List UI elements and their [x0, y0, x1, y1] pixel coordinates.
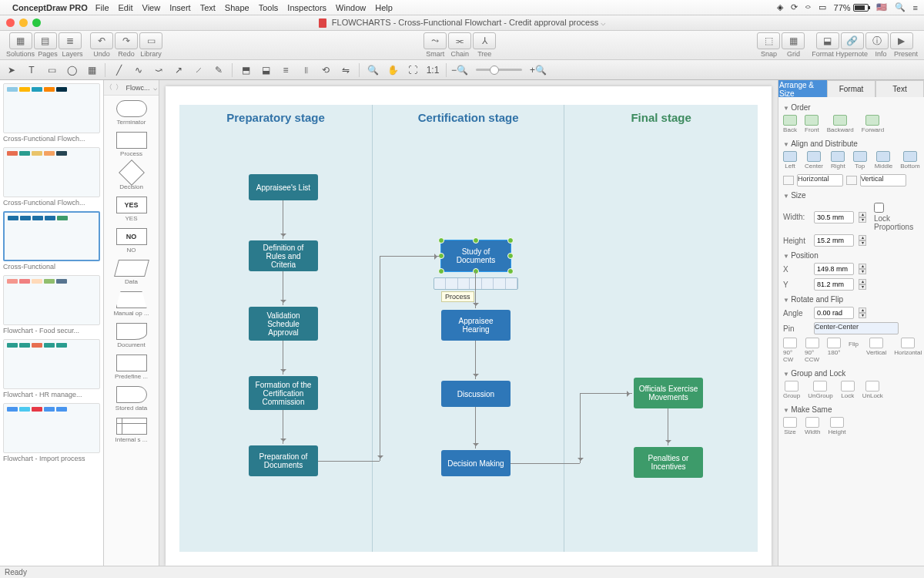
align-center-button[interactable]	[807, 151, 821, 162]
group-button[interactable]	[785, 381, 798, 391]
shape-stencil[interactable]: Terminator	[104, 96, 159, 127]
align-left-button[interactable]	[783, 151, 797, 162]
menu-window[interactable]: Window	[336, 3, 366, 12]
info-button[interactable]: ⓘ	[865, 32, 889, 49]
resize-handle[interactable]	[473, 237, 479, 244]
doc-thumbnail[interactable]: Cross-Functional	[3, 211, 100, 271]
shape-stencil[interactable]: Process	[104, 127, 159, 159]
menu-edit[interactable]: Edit	[119, 3, 133, 12]
table-tool-icon[interactable]: ▦	[83, 62, 100, 78]
hypernote-button[interactable]: 🔗	[841, 32, 864, 49]
shape-stencil[interactable]: Manual op ...	[104, 287, 159, 318]
section-size-title[interactable]: Size	[783, 188, 919, 201]
align-top-button[interactable]	[853, 151, 867, 162]
align-middle-button[interactable]	[876, 151, 890, 162]
canvas-scroll[interactable]: Preparatory stage Certification stage Fi…	[159, 80, 778, 572]
flip-h-button[interactable]	[901, 338, 915, 348]
shapes-forward-icon[interactable]: 〉	[116, 82, 122, 92]
status-display-icon[interactable]: ▭	[819, 2, 826, 12]
box-discussion[interactable]: Discussion	[441, 381, 511, 407]
curve-tool-icon[interactable]: ∿	[130, 62, 147, 78]
section-position-title[interactable]: Position	[783, 248, 919, 261]
align-tool-icon[interactable]: ≡	[277, 62, 294, 78]
pages-button[interactable]: ▤	[34, 32, 57, 49]
shape-stencil[interactable]: Document	[104, 318, 159, 350]
menu-text[interactable]: Text	[200, 3, 216, 12]
shape-stencil[interactable]: Decision	[104, 159, 159, 192]
status-wifi-icon[interactable]: ⌔	[805, 3, 811, 12]
menu-tools[interactable]: Tools	[259, 3, 279, 12]
snap-button[interactable]: ⬚	[757, 32, 780, 49]
box-validation[interactable]: Validation Schedule Approval	[249, 307, 318, 341]
lock-proportions-checkbox[interactable]	[874, 203, 884, 213]
section-rotate-title[interactable]: Rotate and Flip	[783, 292, 919, 305]
order-forward-button[interactable]	[865, 115, 879, 126]
spline-tool-icon[interactable]: ⟋	[190, 62, 207, 78]
height-stepper[interactable]: ▴▾	[859, 235, 866, 246]
pointer-tool-icon[interactable]: ➤	[3, 62, 20, 78]
distribute-v-select[interactable]: Vertical	[860, 174, 906, 187]
x-stepper[interactable]: ▴▾	[859, 264, 866, 274]
section-group-title[interactable]: Group and Lock	[783, 366, 919, 379]
arc-tool-icon[interactable]: ⤻	[150, 62, 167, 78]
doc-thumbnail[interactable]: Flowchart - HR manage...	[3, 339, 100, 398]
lock-button[interactable]	[841, 381, 855, 391]
align-bottom-button[interactable]	[903, 151, 917, 162]
zoom-slider[interactable]	[476, 69, 522, 71]
box-appraisee-hearing[interactable]: Appraisee Hearing	[441, 310, 511, 341]
rect-tool-icon[interactable]: ▭	[43, 62, 60, 78]
doc-thumbnail[interactable]: Cross-Functional Flowch...	[3, 83, 100, 143]
shape-stencil[interactable]: Predefine ...	[104, 350, 159, 381]
smart-button[interactable]: ⤳	[424, 32, 447, 49]
status-flag-icon[interactable]: 🇺🇸	[876, 2, 887, 12]
resize-handle[interactable]	[438, 268, 444, 274]
status-sync-icon[interactable]: ⟳	[791, 2, 798, 12]
order-back-button[interactable]	[783, 115, 797, 126]
group-tool-icon[interactable]: ⬒	[237, 62, 254, 78]
distribute-h-select[interactable]: Horizontal	[797, 174, 843, 187]
makesame-height-button[interactable]	[830, 417, 844, 428]
freehand-tool-icon[interactable]: ✎	[210, 62, 227, 78]
makesame-size-button[interactable]	[783, 417, 797, 428]
distribute-h-icon[interactable]	[783, 176, 794, 185]
status-battery[interactable]: 77%	[834, 3, 869, 12]
box-penalties[interactable]: Penalties or Incentives	[634, 447, 703, 478]
redo-button[interactable]: ↷	[115, 32, 138, 49]
flip-tool-icon[interactable]: ⇋	[337, 62, 354, 78]
height-input[interactable]	[814, 234, 854, 247]
shapes-back-icon[interactable]: 〈	[105, 82, 112, 92]
tab-format[interactable]: Format	[827, 80, 875, 97]
window-close-button[interactable]	[6, 18, 15, 27]
rotate-tool-icon[interactable]: ⟲	[317, 62, 334, 78]
present-button[interactable]: ▶	[890, 32, 913, 49]
section-align-title[interactable]: Align and Distribute	[783, 136, 919, 150]
title-dropdown-icon[interactable]: ⌵	[601, 18, 606, 27]
window-minimize-button[interactable]	[19, 18, 28, 27]
x-input[interactable]	[814, 263, 854, 275]
box-appraisees-list[interactable]: Appraisee's List	[249, 174, 318, 200]
shape-stencil[interactable]: Stored data	[104, 381, 159, 413]
resize-handle[interactable]	[473, 268, 479, 274]
rotate-cw-button[interactable]	[783, 338, 797, 348]
layers-button[interactable]: ≣	[59, 32, 82, 49]
y-input[interactable]	[814, 278, 854, 291]
hand-tool-icon[interactable]: ✋	[384, 62, 401, 78]
angle-input[interactable]	[814, 307, 854, 319]
canvas[interactable]: Preparatory stage Certification stage Fi…	[166, 86, 772, 566]
resize-handle[interactable]	[507, 237, 514, 244]
menu-inspectors[interactable]: Inspectors	[287, 3, 326, 12]
shape-mini-toolbar[interactable]	[434, 277, 518, 290]
library-button[interactable]: ▭	[139, 32, 162, 49]
shape-stencil[interactable]: Data	[104, 255, 159, 287]
shape-stencil[interactable]: Internal s ...	[104, 413, 159, 445]
grid-button[interactable]: ▦	[782, 32, 805, 49]
solutions-button[interactable]: ▦	[9, 32, 32, 49]
status-menu-icon[interactable]: ≡	[913, 3, 918, 12]
box-formation[interactable]: Formation of the Certification Commissio…	[249, 376, 318, 410]
y-stepper[interactable]: ▴▾	[859, 279, 866, 290]
connector-tool-icon[interactable]: ↗	[170, 62, 187, 78]
window-maximize-button[interactable]	[32, 18, 41, 27]
shapes-dropdown-icon[interactable]: ⌵	[153, 84, 157, 92]
pin-select[interactable]: Center-Center	[814, 322, 899, 334]
format-button[interactable]: ⬓	[816, 32, 839, 49]
